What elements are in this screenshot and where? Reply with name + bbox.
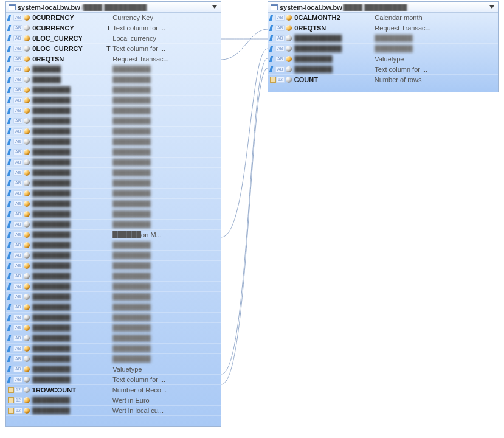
column-row[interactable]: AB████████████████: [6, 168, 221, 178]
attribute-icon: [269, 35, 275, 41]
column-row[interactable]: AB████████Valuetype: [6, 364, 221, 375]
column-description: ████████: [112, 335, 221, 342]
column-row[interactable]: AB0REQTSNRequest Transac...: [6, 54, 221, 64]
type-badge: AB: [13, 159, 22, 165]
left-table-panel[interactable]: system-local.bw.bw/████ █████████ AB0CUR…: [5, 1, 221, 427]
type-badge: AB: [13, 15, 22, 21]
type-badge: AB: [13, 118, 22, 124]
column-name: ████████: [32, 231, 104, 238]
column-row[interactable]: 12████████Wert in local cu...: [6, 406, 221, 416]
column-row[interactable]: AB0CURRENCYTText column for ...: [6, 23, 221, 33]
column-row[interactable]: AB████████████████: [6, 354, 221, 364]
column-name: ████████: [32, 138, 104, 145]
column-row[interactable]: AB████████Valuetype: [268, 54, 498, 64]
attribute-icon: [7, 25, 13, 31]
column-description: Valuetype: [112, 366, 221, 373]
panel-menu-icon[interactable]: [489, 5, 494, 9]
column-name: ████████: [32, 397, 104, 404]
column-row[interactable]: AB████████████████: [6, 209, 221, 220]
column-row[interactable]: AB████████████████: [6, 199, 221, 209]
measure-icon: [270, 77, 276, 83]
nav-dot-icon: [24, 139, 30, 145]
column-row[interactable]: 121ROWCOUNTNumber of Reco...: [6, 385, 221, 395]
column-description: ████████: [375, 35, 498, 42]
column-row[interactable]: AB████████████████: [6, 240, 221, 251]
column-row[interactable]: AB████████████████: [6, 158, 221, 168]
column-row[interactable]: AB████████████████: [6, 271, 221, 282]
column-row[interactable]: AB████████Text column for ...: [268, 64, 498, 75]
column-row[interactable]: AB██████████████: [6, 64, 221, 75]
nav-dot-icon: [24, 315, 30, 321]
type-badge: AB: [13, 294, 22, 300]
column-row[interactable]: AB████████████████: [6, 85, 221, 96]
type-badge: AB: [13, 128, 22, 134]
column-row[interactable]: AB████████████████: [6, 137, 221, 147]
column-row[interactable]: AB████████████████: [6, 323, 221, 333]
column-row[interactable]: AB████████████████: [6, 344, 221, 354]
attribute-icon: [7, 149, 13, 155]
column-name: ████████: [32, 117, 104, 125]
column-row[interactable]: AB████████████████: [6, 282, 221, 292]
type-badge: AB: [13, 97, 22, 103]
column-name: ████████: [32, 179, 104, 187]
column-row[interactable]: AB████████████████: [6, 313, 221, 323]
column-name: ████████: [32, 314, 104, 321]
column-row[interactable]: AB████████████████: [6, 106, 221, 116]
type-badge: AB: [275, 56, 285, 62]
column-description: Number of rows: [375, 76, 498, 83]
key-dot-icon: [286, 15, 292, 21]
column-row[interactable]: AB████████████████: [6, 96, 221, 106]
attribute-icon: [7, 97, 13, 103]
column-row[interactable]: AB████████████████: [6, 116, 221, 127]
column-row[interactable]: 12COUNTNumber of rows: [268, 75, 498, 85]
column-row[interactable]: AB████████████████: [6, 220, 221, 230]
key-dot-icon: [24, 35, 30, 41]
column-row[interactable]: 12████████Wert in Euro: [6, 395, 221, 406]
column-description: ████████: [112, 66, 221, 73]
column-row[interactable]: AB████████████████: [6, 251, 221, 261]
column-row[interactable]: AB████████████████: [6, 333, 221, 344]
column-description: Wert in Euro: [112, 397, 221, 404]
column-row[interactable]: AB██████████████on M...: [6, 230, 221, 240]
column-row[interactable]: AB0LOC_CURRCYTText column for ...: [6, 44, 221, 54]
type-badge: AB: [13, 108, 22, 114]
column-row[interactable]: AB0CURRENCYCurrency Key: [6, 13, 221, 23]
column-row[interactable]: AB0REQTSNRequest Transac...: [268, 23, 498, 33]
column-row[interactable]: AB████████████████: [6, 292, 221, 302]
left-table-header[interactable]: system-local.bw.bw/████ █████████: [6, 2, 221, 13]
column-row[interactable]: AB██████████████████: [268, 44, 498, 54]
column-row[interactable]: AB0LOC_CURRCYLocal currency: [6, 33, 221, 44]
column-row[interactable]: AB████████████████: [6, 302, 221, 313]
column-row[interactable]: AB██████████████████: [268, 33, 498, 44]
column-name: ████████: [32, 159, 104, 166]
column-description: Local currency: [112, 35, 221, 42]
attribute-icon: [7, 232, 13, 238]
column-name: ████████: [32, 169, 104, 176]
attribute-icon: [7, 35, 13, 41]
column-row[interactable]: AB0CALMONTH2Calendar month: [268, 13, 498, 23]
column-description: ████████: [112, 179, 221, 187]
column-name: ████████: [32, 273, 104, 280]
panel-menu-icon[interactable]: [212, 5, 217, 9]
column-name: ████████: [32, 107, 104, 114]
column-row[interactable]: AB██████████████: [6, 75, 221, 85]
column-row[interactable]: AB████████████████: [6, 127, 221, 137]
key-dot-icon: [24, 128, 30, 134]
attribute-icon: [269, 25, 275, 31]
attribute-icon: [269, 56, 275, 62]
type-badge: AB: [275, 66, 285, 72]
attribute-icon: [269, 66, 275, 72]
column-description: Text column for ...: [112, 24, 221, 32]
column-row[interactable]: AB████████Text column for ...: [6, 375, 221, 385]
type-badge: AB: [13, 273, 22, 279]
column-row[interactable]: AB████████████████: [6, 147, 221, 158]
left-column-list: AB0CURRENCYCurrency KeyAB0CURRENCYTText …: [6, 13, 221, 416]
column-row[interactable]: AB████████████████: [6, 261, 221, 271]
column-description: ████████: [112, 107, 221, 114]
column-row[interactable]: AB████████████████: [6, 189, 221, 199]
right-table-panel[interactable]: system-local.bw.bw████ █████████ AB0CALM…: [268, 1, 499, 92]
column-row[interactable]: AB████████████████: [6, 178, 221, 189]
key-dot-icon: [24, 190, 30, 196]
right-table-header[interactable]: system-local.bw.bw████ █████████: [268, 2, 498, 13]
key-dot-icon: [24, 283, 30, 290]
